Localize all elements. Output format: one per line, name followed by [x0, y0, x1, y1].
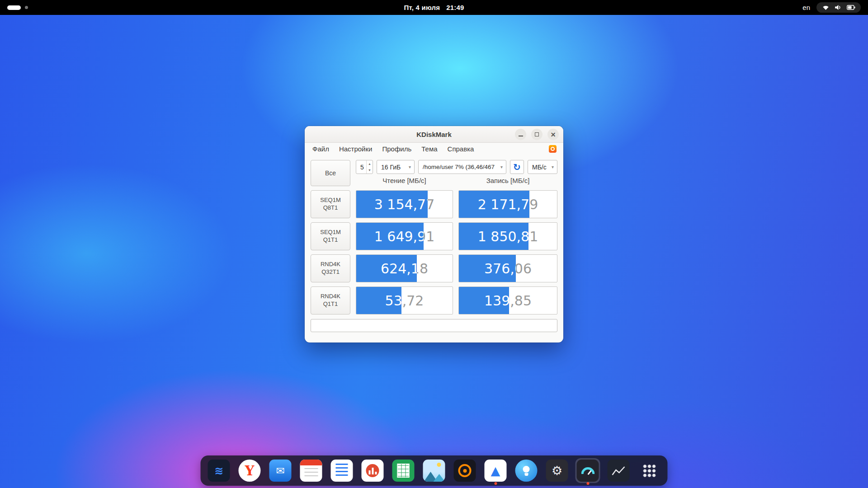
dock-item-files[interactable]: ≋ — [207, 458, 231, 483]
write-value-overlay: 139,85 — [459, 287, 509, 314]
dock-item-app-grid[interactable] — [637, 458, 662, 483]
dock-item-spreadsheet[interactable] — [391, 458, 416, 483]
loop-count-spinner[interactable]: 5 ▲ ▼ — [356, 160, 373, 174]
dock-item-mail[interactable]: ✉ — [268, 458, 293, 483]
read-result-cell: 3 154,77 3 154,77 — [356, 190, 453, 218]
spinner-down-icon[interactable]: ▼ — [367, 167, 373, 174]
results-table: SEQ1M Q8T1 3 154,77 3 154,77 2 171,79 2 … — [311, 190, 557, 314]
window-titlebar[interactable]: KDiskMark ✕ — [305, 126, 563, 143]
dock-item-lightbulb-assistant[interactable] — [514, 458, 539, 483]
photos-icon — [423, 460, 445, 482]
dock: ≋ Y ✉ — [201, 455, 668, 486]
spreadsheet-icon — [392, 460, 415, 482]
read-result-cell: 1 649,91 1 649,91 — [356, 222, 453, 250]
dock-item-media-player[interactable] — [453, 458, 477, 483]
run-all-button[interactable]: Все — [311, 160, 350, 186]
run-seq1m-q8t1-button[interactable]: SEQ1M Q8T1 — [311, 190, 350, 218]
dock-item-text-editor[interactable] — [330, 458, 354, 483]
test-label-line1: SEQ1M — [320, 197, 341, 204]
dock-item-yandex-browser[interactable]: Y — [237, 458, 262, 483]
minimize-icon — [519, 136, 523, 136]
gear-icon: ⚙ — [546, 460, 568, 482]
dock-item-calendar[interactable] — [299, 458, 324, 483]
media-player-icon — [454, 460, 476, 482]
run-rnd4k-q32t1-button[interactable]: RND4K Q32T1 — [311, 254, 350, 282]
write-bar: 139,85 — [459, 287, 509, 314]
maximize-button[interactable] — [531, 129, 542, 140]
test-label-line2: Q1T1 — [323, 300, 338, 308]
dock-item-photos[interactable] — [422, 458, 447, 483]
write-value-overlay: 2 171,79 — [459, 191, 529, 218]
menu-profile[interactable]: Профиль — [381, 145, 412, 153]
refresh-button[interactable]: ↻ — [510, 160, 524, 174]
write-bar: 1 850,81 — [459, 223, 528, 250]
table-row-seq1m-q1t1: SEQ1M Q1T1 1 649,91 1 649,91 1 850,81 1 … — [311, 222, 557, 250]
menu-settings[interactable]: Настройки — [338, 145, 373, 153]
window-content: Все 5 ▲ ▼ 16 ГиБ ▾ — [305, 155, 563, 332]
menu-theme[interactable]: Тема — [420, 145, 438, 153]
test-size-value: 16 ГиБ — [381, 164, 406, 171]
test-label-line1: SEQ1M — [320, 229, 341, 236]
dock-item-presentation[interactable] — [360, 458, 385, 483]
orange-app-badge-icon[interactable] — [549, 145, 557, 153]
dock-item-kdiskmark[interactable] — [576, 458, 600, 483]
clock[interactable]: Пт, 4 июля 21:49 — [404, 4, 464, 11]
system-status-area[interactable] — [816, 2, 861, 13]
write-bar: 376,06 — [459, 255, 516, 282]
presentation-icon — [362, 460, 384, 482]
top-bar: Пт, 4 июля 21:49 en — [0, 0, 868, 15]
workspace-dot[interactable] — [25, 6, 28, 9]
running-indicator — [494, 482, 497, 485]
write-value-overlay: 376,06 — [459, 255, 516, 282]
wifi-icon — [822, 5, 830, 10]
loop-count-value: 5 — [360, 164, 364, 171]
window-title: KDiskMark — [416, 131, 452, 138]
badge-ring-icon — [551, 147, 555, 151]
dock-item-drive[interactable]: ▲ — [483, 458, 508, 483]
write-result-cell: 139,85 139,85 — [458, 286, 557, 314]
menu-file[interactable]: Файл — [311, 145, 330, 153]
table-row-seq1m-q8t1: SEQ1M Q8T1 3 154,77 3 154,77 2 171,79 2 … — [311, 190, 557, 218]
lightbulb-icon — [515, 460, 538, 482]
mail-icon: ✉ — [269, 460, 292, 482]
read-result-cell: 624,18 624,18 — [356, 254, 453, 282]
workspace-indicator[interactable] — [7, 5, 28, 10]
dock-item-settings[interactable]: ⚙ — [545, 458, 570, 483]
write-result-cell: 2 171,79 2 171,79 — [458, 190, 557, 218]
run-seq1m-q1t1-button[interactable]: SEQ1M Q1T1 — [311, 222, 350, 250]
spinner-up-icon[interactable]: ▲ — [367, 160, 373, 167]
close-button[interactable]: ✕ — [547, 129, 559, 140]
kdiskmark-gauge-icon — [577, 460, 599, 482]
target-path-dropdown[interactable]: /home/user 7% (36,46/467 ▾ — [418, 160, 506, 174]
read-bar: 53,72 — [356, 287, 401, 314]
read-column-header: Чтение [МБ/с] — [356, 177, 453, 186]
drive-icon: ▲ — [485, 460, 507, 482]
test-label-line2: Q32T1 — [321, 268, 340, 276]
maximize-icon — [535, 132, 539, 136]
target-path-value: /home/user 7% (36,46/467 — [423, 164, 498, 170]
chevron-down-icon: ▾ — [409, 164, 411, 169]
run-rnd4k-q1t1-button[interactable]: RND4K Q1T1 — [311, 286, 350, 314]
spinner-arrows[interactable]: ▲ ▼ — [366, 160, 373, 174]
menu-help[interactable]: Справка — [447, 145, 475, 153]
read-value-overlay: 3 154,77 — [356, 191, 428, 218]
unit-dropdown[interactable]: МБ/с ▾ — [528, 160, 557, 174]
read-bar: 624,18 — [356, 255, 417, 282]
read-value-overlay: 624,18 — [356, 255, 417, 282]
workspace-pill-active[interactable] — [7, 5, 21, 10]
dock-item-system-monitor[interactable] — [606, 458, 631, 483]
app-grid-icon — [638, 460, 660, 482]
calendar-icon — [300, 460, 322, 482]
unit-value: МБ/с — [532, 164, 549, 171]
battery-icon — [847, 5, 855, 10]
clock-date: Пт, 4 июля — [404, 4, 440, 11]
write-value-overlay: 1 850,81 — [459, 223, 528, 250]
write-result-cell: 376,06 376,06 — [458, 254, 557, 282]
refresh-icon: ↻ — [513, 162, 521, 173]
test-size-dropdown[interactable]: 16 ГиБ ▾ — [377, 160, 415, 174]
running-indicator — [586, 482, 589, 485]
test-label-line1: RND4K — [321, 261, 340, 268]
keyboard-layout-indicator[interactable]: en — [802, 4, 810, 11]
minimize-button[interactable] — [515, 129, 526, 140]
read-value-overlay: 1 649,91 — [356, 223, 424, 250]
